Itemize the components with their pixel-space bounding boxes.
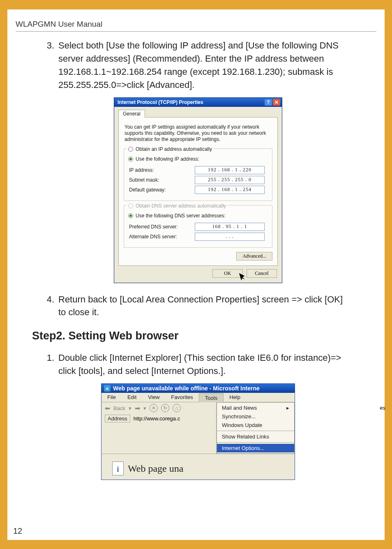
refresh-icon[interactable]: ↻ xyxy=(161,404,169,412)
dialog-titlebar: Internet Protocol (TCP/IP) Properties ? … xyxy=(114,98,282,107)
address-value[interactable]: http://www.corega.c xyxy=(134,415,180,422)
nav-buttons: ⬅ Back ▾ ➡ ▾ ✕ ↻ ⌂ xyxy=(105,404,213,412)
radio-label: Use the following DNS server addresses: xyxy=(136,213,226,219)
stop-icon[interactable]: ✕ xyxy=(150,404,158,412)
menu-file[interactable]: File xyxy=(101,393,122,402)
radio-icon-selected xyxy=(128,213,133,218)
dns-group: Obtain DNS server address automatically … xyxy=(124,205,272,248)
tools-dropdown: Mail and News ▸ es Synchronize... Window… xyxy=(217,402,295,454)
pref-dns-input[interactable]: 168 . 95 . 1 . 1 xyxy=(195,223,265,231)
subnet-input[interactable]: 255 . 255 . 255 . 0 xyxy=(195,176,265,184)
menu-mail-news[interactable]: Mail and News ▸ xyxy=(217,404,294,412)
dropdown-caret-icon[interactable]: ▾ xyxy=(129,405,131,411)
step-number: 1. xyxy=(44,351,54,378)
ie-window: e Web page unavailable while offline - M… xyxy=(101,383,295,480)
ie-titlebar: e Web page unavailable while offline - M… xyxy=(101,384,295,393)
menu-item-label: Windows Update xyxy=(222,422,262,428)
top-accent-bar xyxy=(7,7,385,9)
alt-dns-row: Alternate DNS server: . . . xyxy=(129,233,267,241)
menu-item-label: Internet Options... xyxy=(222,445,264,451)
radio-label-disabled: Obtain DNS server address automatically xyxy=(136,203,226,209)
ok-button[interactable]: OK xyxy=(212,269,243,278)
step-text: Double click [Internet Explorer] (This s… xyxy=(58,351,352,378)
step-item-3: 3. Select both [Use the following IP add… xyxy=(44,39,352,92)
menu-separator xyxy=(217,442,294,443)
menu-view[interactable]: View xyxy=(142,393,165,402)
menu-separator xyxy=(217,431,294,431)
content-area: 3. Select both [Use the following IP add… xyxy=(16,39,376,480)
radio-use-ip[interactable]: Use the following IP address: xyxy=(127,156,201,162)
menu-help[interactable]: Help xyxy=(224,393,246,402)
address-label: Address xyxy=(105,415,130,422)
step2-heading: Step2. Setting Web browser xyxy=(32,330,352,342)
dropdown-caret-icon[interactable]: ▾ xyxy=(143,405,146,411)
step-text: Return back to [Local Area Connection Pr… xyxy=(58,293,352,319)
radio-label: Use the following IP address: xyxy=(136,156,199,162)
back-label[interactable]: Back xyxy=(113,405,125,411)
ip-group: Obtain an IP address automatically Use t… xyxy=(124,148,272,201)
home-icon[interactable]: ⌂ xyxy=(173,404,181,412)
field-label: Default gateway: xyxy=(129,187,195,193)
advanced-button[interactable]: Advanced... xyxy=(236,252,272,261)
ie-screenshot: e Web page unavailable while offline - M… xyxy=(44,383,352,480)
gateway-input[interactable]: 192 . 168 . 1 . 254 xyxy=(195,186,265,194)
menu-item-label: Show Related Links xyxy=(222,434,269,440)
menu-item-label: Mail and News xyxy=(222,405,257,411)
help-icon[interactable]: ? xyxy=(265,99,272,106)
gateway-row: Default gateway: 192 . 168 . 1 . 254 xyxy=(129,186,267,194)
submenu-arrow-icon: ▸ xyxy=(286,405,289,411)
menu-item-label: Synchronize... xyxy=(222,413,256,420)
field-label: IP address: xyxy=(129,167,195,173)
alt-dns-input[interactable]: . . . xyxy=(195,233,265,241)
dialog-body: General You can get IP settings assigned… xyxy=(114,107,282,283)
ie-icon: e xyxy=(104,385,111,392)
subnet-row: Subnet mask: 255 . 255 . 255 . 0 xyxy=(129,176,267,184)
ie-title: Web page unavailable while offline - Mic… xyxy=(113,385,260,392)
tab-general[interactable]: General xyxy=(118,110,145,118)
cancel-button[interactable]: Cancel xyxy=(247,269,277,278)
menu-related-links[interactable]: Show Related Links xyxy=(217,432,294,441)
menu-internet-options[interactable]: Internet Options... xyxy=(217,444,294,452)
ie-page-area: i Web page una xyxy=(101,454,295,480)
tab-panel: You can get IP settings assigned automat… xyxy=(118,117,278,266)
field-label: Preferred DNS server: xyxy=(129,224,195,230)
ie-toolbar-row: ⬅ Back ▾ ➡ ▾ ✕ ↻ ⌂ Address http://www.co… xyxy=(101,402,295,454)
ie-menubar: File Edit View Favorites Tools Help xyxy=(101,393,295,402)
menu-synchronize[interactable]: Synchronize... xyxy=(217,412,294,421)
menu-windows-update[interactable]: Windows Update xyxy=(217,421,294,429)
dialog-description: You can get IP settings assigned automat… xyxy=(125,124,272,143)
menu-favorites[interactable]: Favorites xyxy=(165,393,198,402)
radio-use-dns[interactable]: Use the following DNS server addresses: xyxy=(127,213,227,219)
forward-arrow-icon[interactable]: ➡ xyxy=(135,404,140,412)
truncated-text: es xyxy=(380,405,385,411)
dialog-title: Internet Protocol (TCP/IP) Properties xyxy=(118,99,264,105)
radio-icon-selected xyxy=(128,157,133,161)
menu-edit[interactable]: Edit xyxy=(122,393,142,402)
ip-address-input[interactable]: 192 . 168 . 1 . 220 xyxy=(195,166,265,174)
ie-toolbar: ⬅ Back ▾ ➡ ▾ ✕ ↻ ⌂ Address http://www.co… xyxy=(101,402,217,454)
back-arrow-icon[interactable]: ⬅ xyxy=(105,404,110,412)
radio-icon-disabled xyxy=(128,203,133,208)
page-heading: Web page una xyxy=(128,463,183,474)
tcpip-screenshot: Internet Protocol (TCP/IP) Properties ? … xyxy=(44,97,352,283)
radio-auto-dns: Obtain DNS server address automatically xyxy=(127,203,228,209)
ip-address-row: IP address: 192 . 168 . 1 . 220 xyxy=(129,166,267,174)
step-text: Select both [Use the following IP addres… xyxy=(58,39,352,92)
page-header: WLAPGMN User Manual xyxy=(16,7,376,32)
field-label: Subnet mask: xyxy=(129,177,195,183)
step2-item-1: 1. Double click [Internet Explorer] (Thi… xyxy=(44,351,352,378)
step-number: 3. xyxy=(44,39,54,92)
close-icon[interactable]: ✕ xyxy=(273,99,280,106)
field-label: Alternate DNS server: xyxy=(129,234,195,240)
document-page: WLAPGMN User Manual 3. Select both [Use … xyxy=(7,7,385,540)
menu-tools[interactable]: Tools xyxy=(199,393,224,402)
page-number: 12 xyxy=(13,526,22,536)
radio-auto-ip[interactable]: Obtain an IP address automatically xyxy=(127,146,214,152)
pref-dns-row: Preferred DNS server: 168 . 95 . 1 . 1 xyxy=(129,223,267,231)
radio-icon xyxy=(128,147,133,152)
dialog-button-row: OK Cancel xyxy=(118,266,278,279)
info-icon: i xyxy=(112,461,124,475)
advanced-row: Advanced... xyxy=(124,252,272,261)
address-bar: Address http://www.corega.c xyxy=(105,415,213,422)
tcpip-dialog: Internet Protocol (TCP/IP) Properties ? … xyxy=(114,97,282,283)
